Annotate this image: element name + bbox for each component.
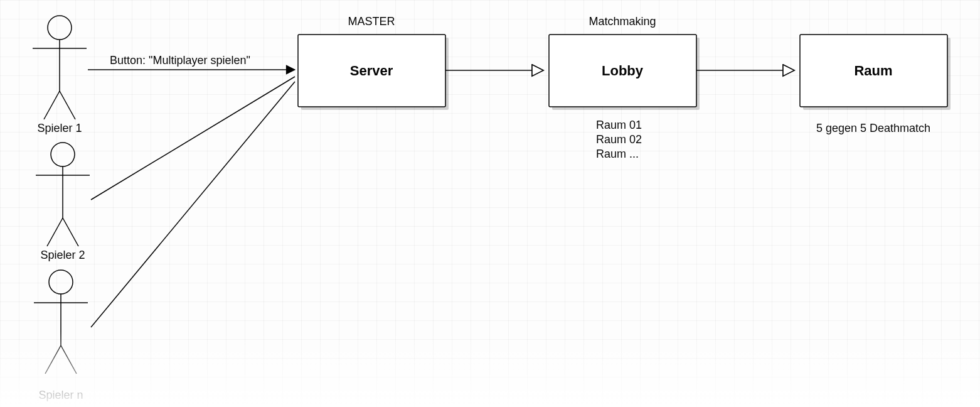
svg-point-5 xyxy=(51,143,75,166)
svg-line-14 xyxy=(61,345,77,374)
edge-label-multiplayer: Button: "Multiplayer spielen" xyxy=(110,54,250,67)
svg-line-13 xyxy=(45,345,61,374)
actor-spieler-n: Spieler n xyxy=(34,270,88,401)
lobby-top-label: Matchmaking xyxy=(589,15,656,28)
node-raum: Raum 5 gegen 5 Deathmatch xyxy=(800,35,951,134)
actor-1-label: Spieler 1 xyxy=(37,122,82,134)
actor-spieler-2: Spieler 2 xyxy=(36,143,90,261)
lobby-room-1: Raum 01 xyxy=(596,119,642,131)
svg-line-4 xyxy=(60,91,75,119)
svg-line-9 xyxy=(63,218,78,246)
server-label: Server xyxy=(350,63,393,79)
actor-n-label: Spieler n xyxy=(38,389,83,401)
raum-below-label: 5 gegen 5 Deathmatch xyxy=(816,122,930,134)
diagram-canvas: Spieler 1 Spieler 2 Spieler n Button: "M… xyxy=(0,0,980,407)
node-server: MASTER Server xyxy=(298,15,449,110)
svg-line-16 xyxy=(91,77,295,200)
server-top-label: MASTER xyxy=(348,15,395,28)
lobby-room-3: Raum ... xyxy=(596,148,639,160)
svg-line-8 xyxy=(47,218,63,246)
lobby-label: Lobby xyxy=(602,63,644,79)
lobby-room-2: Raum 02 xyxy=(596,133,642,146)
node-lobby: Matchmaking Lobby Raum 01 Raum 02 Raum .… xyxy=(549,15,700,160)
svg-point-0 xyxy=(48,16,72,40)
svg-point-10 xyxy=(49,270,73,294)
edge-players-to-server: Button: "Multiplayer spielen" xyxy=(88,54,295,327)
svg-line-17 xyxy=(91,82,295,327)
actor-spieler-1: Spieler 1 xyxy=(33,16,87,134)
raum-label: Raum xyxy=(854,63,892,79)
svg-line-3 xyxy=(44,91,60,119)
actor-2-label: Spieler 2 xyxy=(40,249,85,261)
